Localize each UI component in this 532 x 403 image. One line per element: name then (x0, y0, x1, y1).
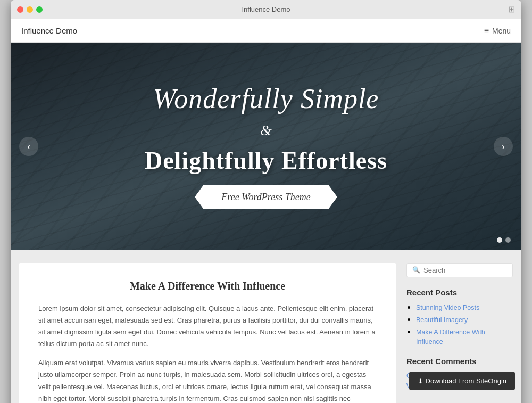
recent-comments-heading: Recent Comments (406, 357, 513, 366)
list-item: Beautiful Imagery (416, 315, 513, 324)
nav-bar: Influence Demo ≡ Menu (11, 19, 521, 43)
post-body: Lorem ipsum dolor sit amet, consectetur … (38, 303, 377, 403)
hero-slider: ‹ Wonderfully Simple & Delightfully Effo… (11, 43, 521, 250)
search-icon: 🔍 (412, 266, 420, 274)
slider-dot-1[interactable] (497, 237, 502, 243)
browser-window: Influence Demo ⊞ Influence Demo ≡ Menu ‹… (11, 0, 521, 403)
hero-content: Wonderfully Simple & Delightfully Effort… (11, 43, 521, 250)
window-title: Influence Demo (242, 5, 290, 13)
recent-posts-heading: Recent Posts (406, 288, 513, 297)
close-button[interactable] (17, 6, 23, 13)
hero-badge: Free WordPress Theme (195, 185, 337, 209)
search-input[interactable] (423, 266, 507, 274)
hero-divider: & (211, 122, 321, 139)
post-title: Make A Difference With Influence (38, 280, 377, 292)
slider-next-button[interactable]: › (494, 137, 513, 156)
recent-post-link-1[interactable]: Stunning Video Posts (416, 304, 479, 311)
post-area: Make A Difference With Influence Lorem i… (19, 263, 396, 403)
window-controls (17, 6, 43, 13)
minimize-button[interactable] (27, 6, 33, 13)
chevron-right-icon: › (502, 141, 505, 152)
download-button[interactable]: ⬇ Download From SiteOrigin (409, 372, 515, 390)
maximize-button[interactable] (36, 6, 43, 13)
slider-prev-button[interactable]: ‹ (19, 137, 38, 156)
divider-line-left (211, 130, 254, 130)
slider-dots (497, 237, 511, 243)
post-paragraph-2: Aliquam erat volutpat. Vivamus varius sa… (38, 357, 377, 403)
resize-icon: ⊞ (508, 4, 515, 14)
hero-badge-text: Free WordPress Theme (221, 192, 310, 202)
menu-button[interactable]: ≡ Menu (484, 26, 511, 36)
hero-title-bold: Delightfully Effortless (145, 146, 387, 175)
list-item: Make A Difference With Influence (416, 327, 513, 346)
divider-line-right (278, 130, 321, 130)
hamburger-icon: ≡ (484, 26, 489, 36)
title-bar: Influence Demo ⊞ (11, 0, 521, 19)
search-box[interactable]: 🔍 (406, 263, 513, 277)
recent-post-link-3[interactable]: Make A Difference With Influence (416, 328, 485, 346)
hero-title-script: Wonderfully Simple (153, 84, 379, 114)
post-paragraph-1: Lorem ipsum dolor sit amet, consectetur … (38, 303, 377, 350)
post-card: Make A Difference With Influence Lorem i… (19, 263, 396, 403)
recent-posts-section: Recent Posts Stunning Video Posts Beauti… (406, 288, 513, 346)
menu-label: Menu (492, 27, 511, 35)
recent-post-link-2[interactable]: Beautiful Imagery (416, 316, 468, 324)
site-title: Influence Demo (21, 26, 77, 35)
list-item: Stunning Video Posts (416, 302, 513, 312)
chevron-left-icon: ‹ (27, 141, 30, 152)
download-label: ⬇ Download From SiteOrigin (418, 377, 506, 385)
slider-dot-2[interactable] (505, 237, 511, 243)
hero-ampersand: & (260, 122, 272, 139)
recent-posts-list: Stunning Video Posts Beautiful Imagery M… (406, 302, 513, 346)
